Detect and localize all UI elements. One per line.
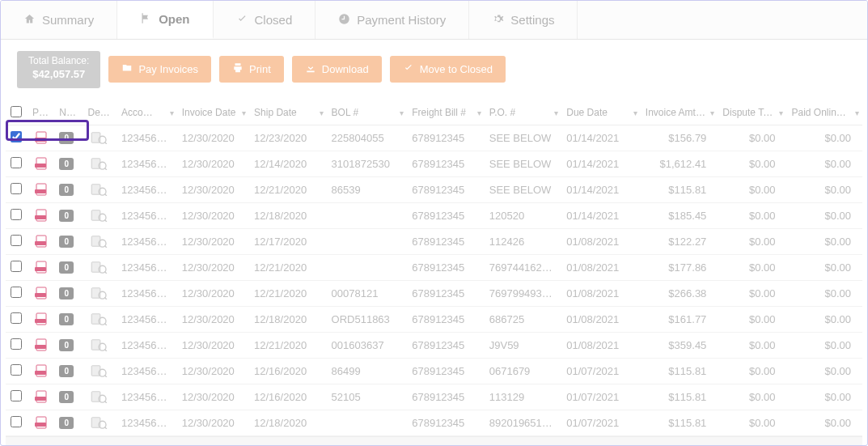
table-row[interactable]: 0 123456789 12/30/2020 12/16/2020 52105 … bbox=[6, 384, 862, 410]
move-to-closed-button[interactable]: Move to Closed bbox=[390, 56, 506, 83]
col-dispute-total[interactable]: Dispute Total▾ bbox=[718, 101, 786, 125]
col-invoice-amt[interactable]: Invoice Amt (…▾ bbox=[641, 101, 718, 125]
cell-po: 7697441625-31906 bbox=[485, 254, 562, 280]
cell-bol bbox=[327, 228, 408, 254]
row-checkbox[interactable] bbox=[11, 312, 22, 324]
table-row[interactable]: 0 123456789 12/30/2020 12/14/2020 310187… bbox=[6, 151, 862, 176]
pdf-icon[interactable] bbox=[32, 312, 49, 325]
print-icon bbox=[232, 62, 243, 76]
pdf-icon[interactable] bbox=[32, 131, 49, 144]
row-checkbox[interactable] bbox=[11, 261, 22, 272]
note-badge[interactable]: 0 bbox=[59, 236, 74, 248]
table-row[interactable]: 0 123456789 12/30/2020 12/21/2020 000781… bbox=[6, 280, 862, 306]
details-icon[interactable] bbox=[88, 131, 112, 144]
cell-ship-date: 12/16/2020 bbox=[249, 384, 327, 410]
details-icon[interactable] bbox=[88, 364, 112, 377]
table-row[interactable]: 0 123456789 12/30/2020 12/16/2020 86499 … bbox=[6, 358, 862, 384]
row-checkbox[interactable] bbox=[11, 131, 22, 142]
col-invoice-date[interactable]: Invoice Date▾ bbox=[177, 101, 249, 125]
note-badge[interactable]: 0 bbox=[59, 417, 74, 429]
cell-bol: 3101872530 bbox=[327, 151, 408, 176]
table-row[interactable]: 0 123456789 12/30/2020 12/21/2020 678912… bbox=[6, 254, 862, 280]
cell-invoice-amt: $266.38 bbox=[641, 280, 718, 306]
pdf-icon[interactable] bbox=[32, 416, 49, 429]
note-badge[interactable]: 0 bbox=[59, 365, 74, 377]
check-icon bbox=[236, 13, 248, 28]
details-icon[interactable] bbox=[88, 416, 112, 429]
col-account[interactable]: Acco…▾ bbox=[116, 101, 177, 125]
table-row[interactable]: 0 123456789 12/30/2020 12/18/2020 678912… bbox=[6, 410, 862, 435]
col-due-date[interactable]: Due Date▾ bbox=[561, 101, 641, 125]
table-row[interactable]: 0 123456789 12/30/2020 12/21/2020 86539 … bbox=[6, 176, 862, 202]
col-bol[interactable]: BOL #▾ bbox=[327, 101, 408, 125]
row-checkbox[interactable] bbox=[11, 287, 22, 298]
details-icon[interactable] bbox=[88, 390, 112, 403]
row-checkbox[interactable] bbox=[11, 235, 22, 246]
pdf-icon[interactable] bbox=[32, 390, 49, 403]
table-row[interactable]: 0 123456789 12/30/2020 12/23/2020 225804… bbox=[6, 125, 862, 151]
note-badge[interactable]: 0 bbox=[59, 287, 74, 299]
select-all-checkbox[interactable] bbox=[11, 106, 22, 117]
row-checkbox[interactable] bbox=[11, 209, 22, 220]
tab-label: Closed bbox=[255, 13, 293, 27]
pay-invoices-button[interactable]: Pay Invoices bbox=[108, 56, 211, 83]
pdf-icon[interactable] bbox=[32, 235, 49, 248]
row-checkbox[interactable] bbox=[11, 416, 22, 427]
row-checkbox[interactable] bbox=[11, 338, 22, 350]
details-icon[interactable] bbox=[88, 338, 112, 351]
tab-label: Open bbox=[159, 12, 189, 26]
note-badge[interactable]: 0 bbox=[59, 210, 74, 222]
col-ship-date[interactable]: Ship Date▾ bbox=[249, 101, 327, 125]
col-paid-online[interactable]: Paid Online (…▾ bbox=[786, 101, 862, 125]
note-badge[interactable]: 0 bbox=[59, 261, 74, 274]
details-icon[interactable] bbox=[88, 183, 112, 196]
row-checkbox[interactable] bbox=[11, 390, 22, 401]
pdf-icon[interactable] bbox=[32, 338, 49, 351]
details-icon[interactable] bbox=[88, 209, 112, 222]
note-badge[interactable]: 0 bbox=[59, 313, 74, 325]
note-badge[interactable]: 0 bbox=[59, 184, 74, 196]
tab-closed[interactable]: Closed bbox=[214, 1, 316, 39]
row-checkbox[interactable] bbox=[11, 183, 22, 194]
pdf-icon[interactable] bbox=[32, 287, 49, 299]
cell-ship-date: 12/18/2020 bbox=[249, 410, 327, 435]
col-po[interactable]: P.O. #▾ bbox=[485, 101, 562, 125]
table-row[interactable]: 0 123456789 12/30/2020 12/21/2020 001603… bbox=[6, 332, 862, 358]
tab-settings[interactable]: Settings bbox=[469, 1, 578, 39]
total-balance-box: Total Balance: $42,057.57 bbox=[17, 51, 100, 88]
col-pdf[interactable]: PDF bbox=[28, 101, 54, 125]
row-checkbox[interactable] bbox=[11, 157, 22, 168]
table-row[interactable]: 0 123456789 12/30/2020 12/17/2020 678912… bbox=[6, 228, 862, 254]
details-icon[interactable] bbox=[88, 235, 112, 248]
col-note[interactable]: Note bbox=[54, 101, 83, 125]
pdf-icon[interactable] bbox=[32, 261, 49, 274]
cell-bol bbox=[327, 410, 408, 435]
tab-summary[interactable]: Summary bbox=[1, 1, 117, 39]
col-freight-bill[interactable]: Freight Bill #▾ bbox=[407, 101, 485, 125]
tab-payment-history[interactable]: Payment History bbox=[315, 1, 469, 39]
col-select-all[interactable] bbox=[6, 101, 28, 125]
cell-account: 123456789 bbox=[116, 125, 177, 151]
details-icon[interactable] bbox=[88, 312, 112, 325]
note-badge[interactable]: 0 bbox=[59, 132, 74, 144]
pdf-icon[interactable] bbox=[32, 364, 49, 377]
pdf-icon[interactable] bbox=[32, 157, 49, 170]
note-badge[interactable]: 0 bbox=[59, 158, 74, 170]
table-row[interactable]: 0 123456789 12/30/2020 12/18/2020 678912… bbox=[6, 202, 862, 228]
cell-due-date: 01/14/2021 bbox=[561, 125, 641, 151]
cell-due-date: 01/08/2021 bbox=[561, 306, 641, 332]
tab-open[interactable]: Open bbox=[117, 1, 213, 39]
details-icon[interactable] bbox=[88, 157, 112, 170]
col-details[interactable]: Details bbox=[83, 101, 117, 125]
pdf-icon[interactable] bbox=[32, 209, 49, 222]
print-button[interactable]: Print bbox=[219, 56, 284, 83]
pdf-icon[interactable] bbox=[32, 183, 49, 196]
cell-account: 123456789 bbox=[116, 151, 177, 176]
download-button[interactable]: Download bbox=[292, 56, 382, 83]
row-checkbox[interactable] bbox=[11, 364, 22, 376]
details-icon[interactable] bbox=[88, 287, 112, 299]
table-row[interactable]: 0 123456789 12/30/2020 12/18/2020 ORD511… bbox=[6, 306, 862, 332]
note-badge[interactable]: 0 bbox=[59, 391, 74, 403]
details-icon[interactable] bbox=[88, 261, 112, 274]
note-badge[interactable]: 0 bbox=[59, 339, 74, 351]
